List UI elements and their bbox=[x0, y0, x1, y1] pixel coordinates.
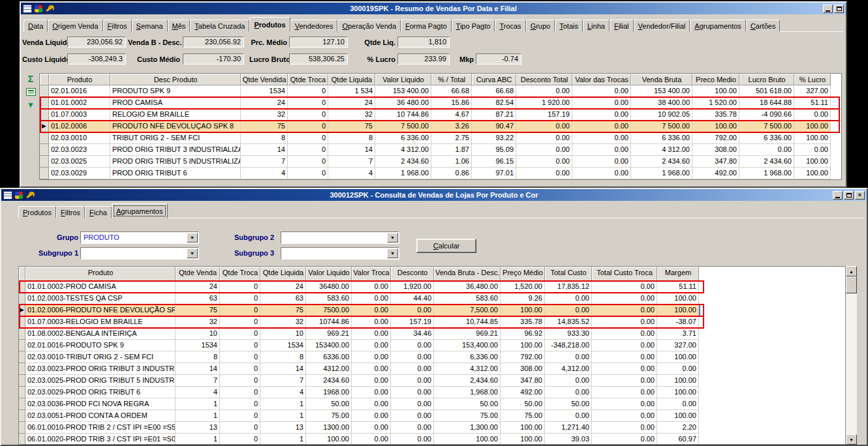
row-gutter[interactable] bbox=[19, 340, 25, 351]
cell[interactable]: 4 bbox=[176, 387, 220, 398]
cell[interactable]: 100.00 bbox=[794, 168, 831, 179]
cell[interactable]: 1 bbox=[176, 398, 220, 410]
cell[interactable]: 10744.86 bbox=[306, 316, 352, 328]
cell[interactable]: 0.86 bbox=[431, 168, 472, 179]
cell[interactable]: 14,835.52 bbox=[545, 316, 592, 328]
cell[interactable]: 02.03.0025 bbox=[49, 156, 110, 168]
cell[interactable]: 7 500.00 bbox=[631, 121, 692, 132]
column-header[interactable]: Qtde Troca bbox=[220, 267, 260, 281]
cell[interactable]: 100.00 bbox=[657, 293, 699, 305]
cell[interactable]: 347.80 bbox=[692, 156, 739, 168]
cell[interactable]: RELOGIO EM BRAILLE bbox=[110, 109, 241, 121]
cell[interactable]: 32 bbox=[176, 316, 220, 328]
row-gutter[interactable] bbox=[19, 351, 25, 363]
cell[interactable]: 0.00 bbox=[592, 293, 657, 305]
cell[interactable]: 2 434.60 bbox=[375, 156, 431, 168]
cell[interactable]: 01.02.0006 bbox=[49, 121, 110, 132]
table-row[interactable]: 01.01.0002-PROD CAMISA2402436480.000.001… bbox=[19, 281, 845, 293]
cell[interactable]: 8 bbox=[328, 132, 375, 144]
combo-dropdown-button[interactable]: ▼ bbox=[187, 233, 198, 243]
column-header[interactable]: Qtde Liquida bbox=[328, 74, 375, 85]
minimize-button[interactable] bbox=[823, 5, 833, 13]
table-row[interactable]: 01.02.0003-TESTES QA CSP63063583.600.004… bbox=[19, 293, 845, 305]
cell[interactable]: 02.01.0016 bbox=[49, 85, 110, 97]
cell[interactable]: 100.00 bbox=[692, 85, 739, 97]
cell[interactable]: 100.00 bbox=[657, 305, 699, 316]
cell[interactable]: 24 bbox=[241, 97, 288, 109]
tab-totais[interactable]: Totais bbox=[555, 20, 583, 32]
cell[interactable]: 792.00 bbox=[692, 132, 739, 144]
cell[interactable]: 0 bbox=[220, 363, 260, 375]
cell[interactable]: 308.00 bbox=[501, 363, 545, 375]
cell[interactable]: 0 bbox=[220, 328, 260, 340]
minimize-button[interactable] bbox=[833, 191, 843, 200]
table-row[interactable]: ▶01.02.0006PRODUTO NFE DEVOLUÇAO SPK 875… bbox=[40, 121, 841, 132]
cell[interactable]: 3.26 bbox=[431, 121, 472, 132]
qtde-liq-value[interactable]: 1,810 bbox=[397, 37, 450, 48]
cell[interactable]: 0.00 bbox=[657, 363, 699, 375]
cell[interactable]: 0.00 bbox=[391, 363, 434, 375]
cell[interactable]: -4 090.66 bbox=[739, 109, 794, 121]
cell[interactable]: 51.11 bbox=[794, 97, 831, 109]
cell[interactable]: 9.26 bbox=[501, 293, 545, 305]
table-row[interactable]: 06.01.0020-PROD TRIB 3 / CST IPI =E01 =S… bbox=[19, 434, 845, 445]
cell[interactable]: 6 336.00 bbox=[739, 132, 794, 144]
cell[interactable]: 10 bbox=[260, 328, 306, 340]
row-gutter[interactable] bbox=[19, 375, 25, 387]
cell[interactable]: 0 bbox=[288, 168, 328, 179]
cell[interactable]: 0.00 bbox=[391, 387, 434, 398]
cell[interactable]: 50.00 bbox=[545, 398, 592, 410]
subgrupo1-combobox[interactable]: ▼ bbox=[80, 247, 199, 260]
cell[interactable]: 0.00 bbox=[592, 316, 657, 328]
cell[interactable]: 0.00 bbox=[516, 121, 572, 132]
grupo-combobox[interactable]: PRODUTO ▼ bbox=[80, 231, 199, 244]
cell[interactable]: 06.01.0020-PROD TRIB 3 / CST IPI =E01 =S… bbox=[25, 434, 176, 445]
cell[interactable]: 6 336.00 bbox=[375, 132, 431, 144]
cell[interactable]: 100.00 bbox=[501, 340, 545, 351]
cell[interactable]: 4 bbox=[241, 168, 288, 179]
cell[interactable]: 6336.00 bbox=[306, 351, 352, 363]
cell[interactable]: 583.60 bbox=[434, 293, 501, 305]
cell[interactable]: 0.00 bbox=[572, 85, 631, 97]
cell[interactable]: PROD CAMISA bbox=[110, 97, 241, 109]
tab-tabela-cruzada[interactable]: Tabela Cruzada bbox=[190, 20, 249, 32]
cell[interactable]: 100.00 bbox=[501, 422, 545, 434]
cell[interactable]: 14 bbox=[260, 363, 306, 375]
tab-semana[interactable]: Semana bbox=[132, 20, 168, 32]
cell[interactable]: 1 920.00 bbox=[516, 97, 572, 109]
table-row[interactable]: 01.01.0002PROD CAMISA2402436 480.0015.86… bbox=[40, 97, 841, 109]
cell[interactable]: 100.00 bbox=[657, 410, 699, 422]
column-header[interactable]: Total Custo bbox=[545, 267, 592, 281]
tab-m-s[interactable]: Mês bbox=[168, 20, 191, 32]
cell[interactable]: 4 bbox=[328, 168, 375, 179]
cell[interactable]: 0.00 bbox=[794, 109, 831, 121]
cell[interactable]: 10 bbox=[176, 328, 220, 340]
cell[interactable]: 8 bbox=[241, 132, 288, 144]
cell[interactable]: 0.00 bbox=[516, 144, 572, 156]
column-header[interactable]: Venda Bruta - Desc. bbox=[434, 267, 501, 281]
cell[interactable]: 501 618.00 bbox=[739, 85, 794, 97]
column-header[interactable]: Qtde Troca bbox=[288, 74, 328, 85]
cell[interactable]: 02.03.0025-PROD ORIG TRIBUT 5 INDUSTRIAL… bbox=[25, 375, 176, 387]
cell[interactable]: 32 bbox=[260, 316, 306, 328]
cell[interactable]: 4 312.00 bbox=[631, 144, 692, 156]
column-header[interactable]: Valor Troca bbox=[352, 267, 391, 281]
cell[interactable]: 0.00 bbox=[572, 132, 631, 144]
table-row[interactable]: 02.03.0025PROD ORIG TRIBUT 5 INDUSTRIALI… bbox=[40, 156, 841, 168]
cell[interactable]: 4312.00 bbox=[306, 363, 352, 375]
cell[interactable]: 0 bbox=[288, 144, 328, 156]
tab-vendedores[interactable]: Vendedores bbox=[290, 20, 338, 32]
cell[interactable]: 0.00 bbox=[352, 398, 391, 410]
column-header[interactable]: Produto bbox=[49, 74, 110, 85]
cell[interactable]: 50.00 bbox=[501, 398, 545, 410]
cell[interactable]: 0.00 bbox=[352, 328, 391, 340]
cell[interactable]: 1,300.00 bbox=[434, 422, 501, 434]
custo-liquido-value[interactable]: -308,249.3 bbox=[67, 53, 126, 65]
cell[interactable]: 100.00 bbox=[434, 434, 501, 445]
table-row[interactable]: 02.03.0010TRIBUT ORIG 2 - SEM FCI8086 33… bbox=[40, 132, 841, 144]
cell[interactable]: 0.00 bbox=[516, 168, 572, 179]
cell[interactable]: 24 bbox=[328, 97, 375, 109]
titlebar[interactable]: 300012SPK - Consulta de Vendas de Lojas … bbox=[1, 189, 867, 201]
table-row[interactable]: 01.08.0002-BENGALA INTEIRIÇA10010969.210… bbox=[19, 328, 845, 340]
table-row[interactable]: 01.07.0003RELOGIO EM BRAILLE3203210 744.… bbox=[40, 109, 841, 121]
